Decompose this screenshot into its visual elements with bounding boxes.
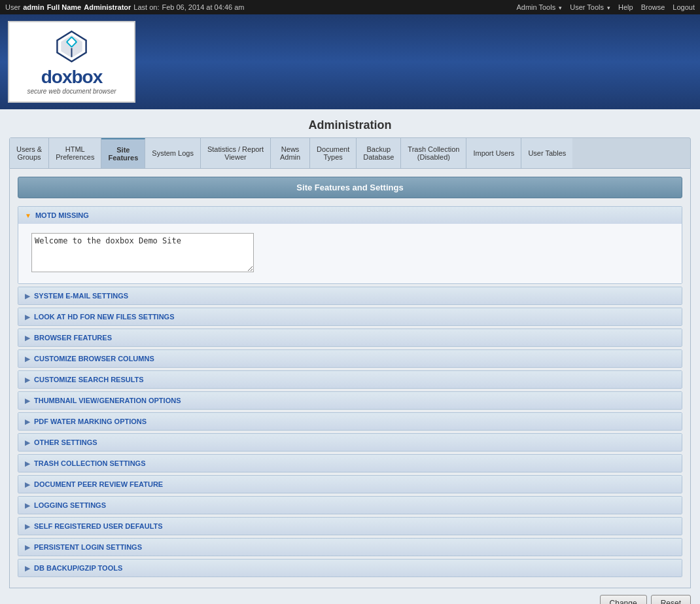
- collapsible-label-7: OTHER SETTINGS: [34, 438, 97, 446]
- tab-import-users[interactable]: Import Users: [466, 138, 521, 168]
- collapsible-section-4: ▶CUSTOMIZE SEARCH RESULTS: [18, 370, 682, 389]
- fullname: Administrator: [84, 3, 131, 11]
- collapsible-section-6: ▶PDF WATER MARKING OPTIONS: [18, 412, 682, 431]
- browse-link[interactable]: Browse: [641, 3, 665, 11]
- laston-value: Feb 06, 2014 at 04:46 am: [162, 3, 244, 11]
- collapsible-header-6[interactable]: ▶PDF WATER MARKING OPTIONS: [18, 413, 682, 430]
- admin-tools-link[interactable]: Admin Tools ▾: [516, 3, 562, 11]
- collapsible-arrow-icon-3: ▶: [25, 355, 30, 363]
- logout-link[interactable]: Logout: [673, 3, 695, 11]
- collapsible-section-3: ▶CUSTOMIZE BROWSER COLUMNS: [18, 349, 682, 368]
- collapsible-header-3[interactable]: ▶CUSTOMIZE BROWSER COLUMNS: [18, 350, 682, 367]
- collapsible-label-11: SELF REGISTERED USER DEFAULTS: [34, 522, 163, 530]
- motd-textarea[interactable]: [31, 233, 254, 272]
- collapsible-section-1: ▶LOOK AT HD FOR NEW FILES SETTINGS: [18, 308, 682, 326]
- collapsible-section-2: ▶BROWSER FEATURES: [18, 329, 682, 347]
- collapsible-label-6: PDF WATER MARKING OPTIONS: [34, 417, 147, 425]
- collapsible-header-4[interactable]: ▶CUSTOMIZE SEARCH RESULTS: [18, 371, 682, 388]
- user-tools-link[interactable]: User Tools ▾: [570, 3, 610, 11]
- collapsible-arrow-icon-7: ▶: [25, 439, 30, 446]
- collapsible-header-10[interactable]: ▶LOGGING SETTINGS: [18, 497, 682, 514]
- topbar-left: User admin Full Name Administrator Last …: [5, 3, 244, 11]
- tab-users-groups[interactable]: Users & Groups: [10, 138, 49, 168]
- collapsible-section-13: ▶DB BACKUP/GZIP TOOLS: [18, 559, 682, 577]
- motd-header-label: MOTD MISSING: [35, 211, 89, 219]
- reset-button[interactable]: Reset: [651, 595, 691, 604]
- collapsible-header-0[interactable]: ▶System E-Mail Settings: [18, 287, 682, 304]
- motd-body: [18, 224, 682, 283]
- user-label: User: [5, 3, 20, 11]
- collapsible-label-12: PERSISTENT LOGIN SETTINGS: [34, 543, 142, 551]
- collapsible-section-7: ▶OTHER SETTINGS: [18, 433, 682, 452]
- tab-site-features[interactable]: Site Features: [101, 138, 145, 168]
- collapsible-header-12[interactable]: ▶PERSISTENT LOGIN SETTINGS: [18, 539, 682, 556]
- collapsible-section-0: ▶System E-Mail Settings: [18, 287, 682, 305]
- motd-arrow-icon: ▼: [25, 212, 31, 219]
- collapsible-arrow-icon-4: ▶: [25, 376, 30, 383]
- tab-backup-database[interactable]: Backup Database: [357, 138, 401, 168]
- collapsible-sections-container: ▶System E-Mail Settings▶LOOK AT HD FOR N…: [18, 287, 682, 577]
- collapsible-label-8: TRASH COLLECTION SETTINGS: [34, 459, 146, 467]
- header: doxbox secure web document browser: [0, 14, 700, 109]
- tab-news-admin[interactable]: News Admin: [271, 138, 310, 168]
- tabs-container: Users & Groups HTML Preferences Site Fea…: [9, 137, 691, 169]
- collapsible-arrow-icon-12: ▶: [25, 544, 30, 551]
- collapsible-section-12: ▶PERSISTENT LOGIN SETTINGS: [18, 538, 682, 556]
- tab-statistics[interactable]: Statistics / Report Viewer: [201, 138, 271, 168]
- admin-tools-dropdown-icon: ▾: [559, 5, 562, 11]
- main-content: Administration Users & Groups HTML Prefe…: [0, 109, 700, 604]
- logo-tagline: secure web document browser: [27, 88, 116, 95]
- logo-box: doxbox secure web document browser: [8, 21, 135, 103]
- collapsible-label-9: DOCUMENT PEER REVIEW FEATURE: [34, 480, 163, 488]
- collapsible-section-10: ▶LOGGING SETTINGS: [18, 496, 682, 514]
- section-header: Site Features and Settings: [18, 177, 682, 198]
- change-button[interactable]: Change: [600, 595, 647, 604]
- topbar: User admin Full Name Administrator Last …: [0, 0, 700, 14]
- collapsible-arrow-icon-2: ▶: [25, 334, 30, 342]
- tab-trash-collection[interactable]: Trash Collection (Disabled): [401, 138, 466, 168]
- motd-header[interactable]: ▼ MOTD MISSING: [18, 207, 682, 224]
- collapsible-arrow-icon-9: ▶: [25, 481, 30, 488]
- collapsible-label-3: CUSTOMIZE BROWSER COLUMNS: [34, 355, 154, 363]
- collapsible-section-11: ▶SELF REGISTERED USER DEFAULTS: [18, 517, 682, 535]
- collapsible-header-8[interactable]: ▶TRASH COLLECTION SETTINGS: [18, 455, 682, 472]
- collapsible-section-8: ▶TRASH COLLECTION SETTINGS: [18, 454, 682, 472]
- tab-system-logs[interactable]: System Logs: [145, 138, 201, 168]
- collapsible-header-5[interactable]: ▶THUMBNAIL VIEW/GENERATION OPTIONS: [18, 392, 682, 409]
- collapsible-arrow-icon-5: ▶: [25, 397, 30, 404]
- tab-user-tables[interactable]: User Tables: [521, 138, 572, 168]
- collapsible-label-1: LOOK AT HD FOR NEW FILES SETTINGS: [34, 313, 175, 321]
- topbar-right: Admin Tools ▾ User Tools ▾ Help Browse L…: [516, 3, 695, 11]
- username: admin: [23, 3, 44, 11]
- collapsible-header-2[interactable]: ▶BROWSER FEATURES: [18, 329, 682, 346]
- collapsible-header-13[interactable]: ▶DB BACKUP/GZIP TOOLS: [18, 560, 682, 577]
- collapsible-arrow-icon-13: ▶: [25, 565, 30, 572]
- logo-icon: [54, 29, 90, 64]
- collapsible-section-9: ▶DOCUMENT PEER REVIEW FEATURE: [18, 475, 682, 493]
- collapsible-label-4: CUSTOMIZE SEARCH RESULTS: [34, 376, 144, 383]
- collapsible-label-2: BROWSER FEATURES: [34, 334, 112, 342]
- collapsible-label-10: LOGGING SETTINGS: [34, 501, 106, 509]
- collapsible-arrow-icon-8: ▶: [25, 460, 30, 467]
- collapsible-header-7[interactable]: ▶OTHER SETTINGS: [18, 434, 682, 451]
- collapsible-header-1[interactable]: ▶LOOK AT HD FOR NEW FILES SETTINGS: [18, 308, 682, 325]
- motd-section: ▼ MOTD MISSING: [18, 206, 682, 284]
- collapsible-arrow-icon-11: ▶: [25, 523, 30, 530]
- page-title: Administration: [0, 109, 700, 137]
- tab-document-types[interactable]: Document Types: [310, 138, 357, 168]
- collapsible-section-5: ▶THUMBNAIL VIEW/GENERATION OPTIONS: [18, 391, 682, 410]
- collapsible-arrow-icon-10: ▶: [25, 502, 30, 509]
- collapsible-label-0: System E-Mail Settings: [34, 292, 128, 300]
- help-link[interactable]: Help: [618, 3, 633, 11]
- fullname-label: Full Name: [47, 3, 82, 11]
- collapsible-arrow-icon-1: ▶: [25, 313, 30, 321]
- tab-html-preferences[interactable]: HTML Preferences: [49, 138, 101, 168]
- laston-label: Last on:: [133, 3, 159, 11]
- logo-text: doxbox: [41, 67, 103, 88]
- content-panel: Site Features and Settings ▼ MOTD MISSIN…: [9, 169, 691, 588]
- collapsible-header-11[interactable]: ▶SELF REGISTERED USER DEFAULTS: [18, 518, 682, 535]
- user-tools-dropdown-icon: ▾: [607, 5, 610, 11]
- collapsible-header-9[interactable]: ▶DOCUMENT PEER REVIEW FEATURE: [18, 476, 682, 493]
- collapsible-arrow-icon-6: ▶: [25, 418, 30, 425]
- bottom-buttons: Change Reset: [0, 588, 700, 604]
